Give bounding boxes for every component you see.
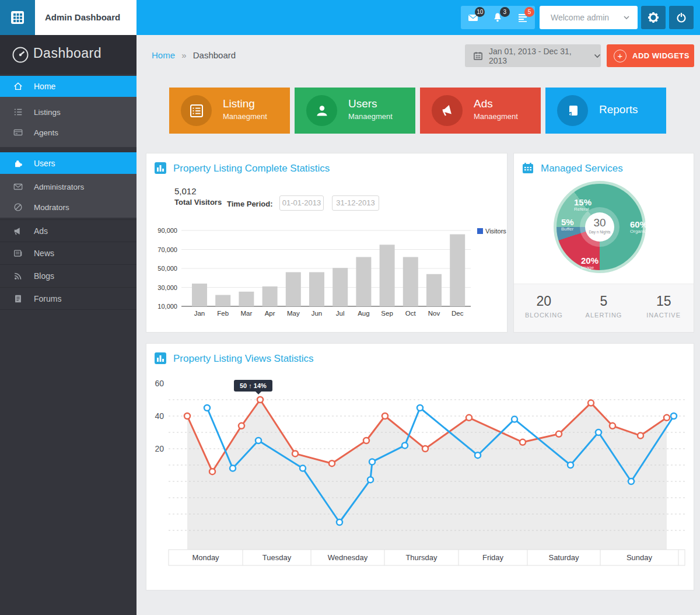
admin-dashboard-page: Admin Dashboard 10 3 5 Welcome admin: [0, 0, 700, 615]
svg-text:70,000: 70,000: [158, 246, 177, 253]
newspaper-icon: [13, 248, 23, 258]
card-ads-management[interactable]: Ads Manaegment: [420, 88, 541, 134]
sidebar-item-label: Listings: [34, 107, 61, 116]
card-icon-circle: [557, 95, 588, 126]
panel-managed-services: Managed Services 15% Referal 5% Buffer 6…: [513, 153, 694, 333]
svg-text:60: 60: [155, 379, 164, 388]
alerts-badge: 3: [500, 7, 510, 17]
user-menu-dropdown[interactable]: Welcome admin: [540, 6, 638, 29]
sidebar-item-label: Forums: [34, 294, 61, 303]
svg-text:Oct: Oct: [405, 310, 416, 317]
donut-label-buffer: 5% Buffer: [561, 218, 574, 232]
card-users-management[interactable]: Users Manaegment: [295, 88, 415, 134]
views-line-chart[interactable]: 604020MondayTuesdayWednesdayThursdayFrid…: [146, 379, 695, 591]
alerts-button[interactable]: 3: [485, 6, 510, 29]
sidebar-item-users[interactable]: Users: [0, 152, 136, 174]
svg-text:Aug: Aug: [358, 310, 369, 317]
svg-text:10,000: 10,000: [158, 303, 177, 310]
svg-text:40: 40: [155, 411, 164, 421]
card-icon-circle: [181, 95, 212, 126]
date-from-input[interactable]: 01-01-2013: [279, 195, 324, 211]
settings-button[interactable]: [641, 6, 666, 29]
calendar-icon: [522, 162, 534, 174]
sidebar-header: Dashboard: [0, 35, 136, 74]
date-range-picker[interactable]: Jan 01, 2013 - Dec 31, 2013: [465, 44, 601, 67]
card-icon-circle: [432, 95, 463, 126]
sidebar-item-label: Home: [34, 82, 55, 91]
bar-chart-icon: [155, 162, 166, 174]
svg-text:Jun: Jun: [312, 310, 323, 317]
add-widgets-label: ADD WIDGETS: [632, 51, 690, 60]
sidebar-item-administrators[interactable]: Administrators: [0, 176, 136, 197]
managed-services-donut-chart[interactable]: 15% Referal 5% Buffer 60% Organic 20% Im…: [554, 181, 646, 273]
list-icon: [13, 107, 23, 117]
table-icon: [189, 103, 204, 118]
user-icon: [314, 103, 330, 118]
card-listing-management[interactable]: Listing Manaegment: [169, 88, 290, 134]
svg-text:Jul: Jul: [336, 310, 345, 317]
visitors-bar-chart[interactable]: 90,00070,00050,00030,00010,000JanFebMarA…: [146, 223, 508, 333]
breadcrumb-home-link[interactable]: Home: [152, 50, 175, 60]
sidebar-item-home[interactable]: Home: [0, 76, 136, 97]
speedometer-icon: [12, 46, 29, 64]
stat-alerting: 5 ALERTING: [574, 284, 634, 332]
managed-services-stats: 20 BLOCKING 5 ALERTING 15 INACTIVE: [514, 284, 694, 332]
document-icon: [13, 293, 23, 304]
megaphone-icon: [13, 226, 23, 236]
sidebar-submenu-home: Listings Agents: [0, 97, 136, 147]
svg-text:50,000: 50,000: [158, 265, 177, 272]
messages-button[interactable]: 5: [510, 6, 535, 29]
notification-group: 10 3 5: [461, 6, 535, 29]
app-logo[interactable]: [0, 0, 35, 35]
sidebar-item-agents[interactable]: Agents: [0, 122, 136, 142]
date-range-value: Jan 01, 2013 - Dec 31, 2013: [489, 47, 588, 65]
chevron-down-icon: [594, 54, 601, 58]
svg-text:Dec: Dec: [452, 310, 464, 317]
date-to-input[interactable]: 31-12-2013: [332, 195, 379, 211]
envelope-icon: [13, 181, 23, 192]
breadcrumb-current: Dashboard: [193, 50, 236, 60]
stat-blocking: 20 BLOCKING: [514, 284, 574, 332]
panel-title: Managed Services: [541, 163, 623, 174]
svg-text:May: May: [287, 310, 300, 317]
sidebar-item-modrators[interactable]: Modrators: [0, 197, 136, 217]
logout-button[interactable]: [669, 6, 694, 29]
sidebar-item-label: News: [34, 249, 54, 258]
svg-text:Thursday: Thursday: [405, 553, 438, 562]
donut-label-organic: 60% Organic: [630, 220, 648, 234]
panel-title: Property Listing Complete Statistics: [173, 163, 330, 174]
sidebar-item-blogs[interactable]: Blogs: [0, 264, 136, 287]
ban-icon: [13, 202, 23, 212]
card-title: Listing: [223, 97, 255, 110]
top-navigation: 10 3 5 Welcome admin: [136, 0, 700, 35]
svg-text:Tuesday: Tuesday: [262, 553, 292, 562]
svg-text:Saturday: Saturday: [548, 553, 579, 562]
messages-badge: 5: [524, 7, 534, 17]
sidebar-item-forums[interactable]: Forums: [0, 287, 136, 310]
total-visitors-label: Total Visitors: [174, 198, 222, 207]
svg-text:Jan: Jan: [194, 310, 205, 317]
sidebar-item-ads[interactable]: Ads: [0, 219, 136, 242]
mail-button[interactable]: 10: [461, 6, 485, 29]
svg-text:Apr: Apr: [265, 310, 275, 317]
add-widgets-button[interactable]: + ADD WIDGETS: [607, 44, 694, 67]
donut-label-referal: 15% Referal: [574, 198, 592, 212]
svg-text:Wednesday: Wednesday: [328, 553, 368, 562]
gear-icon: [646, 11, 660, 25]
rss-icon: [13, 271, 23, 281]
card-title: Reports: [599, 103, 638, 116]
donut-label-image: 20% Image: [581, 256, 598, 270]
plus-circle-icon: +: [614, 50, 626, 62]
card-title: Users: [348, 97, 377, 110]
sidebar-item-label: Users: [34, 159, 55, 168]
mail-badge: 10: [475, 7, 485, 17]
sidebar-item-news[interactable]: News: [0, 242, 136, 264]
calendar-icon: [473, 51, 483, 61]
card-reports[interactable]: Reports: [545, 88, 666, 134]
main-content: Home » Dashboard Jan 01, 2013 - Dec 31, …: [136, 35, 700, 615]
breadcrumb: Home » Dashboard: [152, 50, 236, 60]
sidebar-item-listings[interactable]: Listings: [0, 102, 136, 122]
svg-text:Sep: Sep: [381, 310, 393, 317]
sidebar-item-label: Modrators: [34, 202, 69, 211]
app-title: Admin Dashboard: [35, 0, 136, 35]
